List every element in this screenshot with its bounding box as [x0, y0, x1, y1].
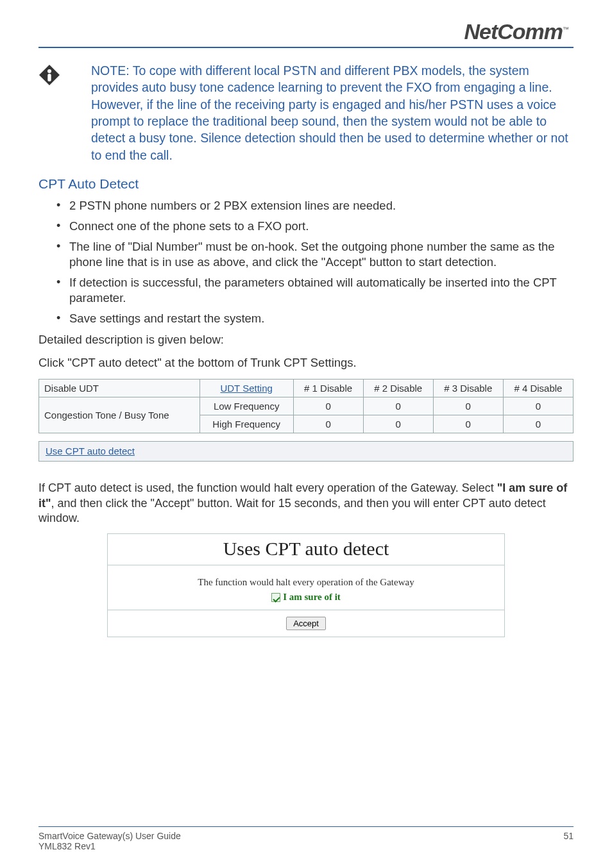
disable-udt-cell: Disable UDT [39, 380, 200, 397]
footer-left: SmartVoice Gateway(s) User Guide YML832 … [38, 831, 181, 851]
svg-point-1 [47, 69, 51, 73]
checkbox-icon[interactable] [271, 593, 280, 602]
list-text: Save settings and restart the system. [69, 312, 264, 325]
list-text: 2 PSTN phone numbers or 2 PBX extension … [69, 199, 396, 212]
cell-value: 0 [293, 415, 363, 433]
bullet-list: 2 PSTN phone numbers or 2 PBX extension … [56, 198, 574, 326]
brand-tm: ™ [563, 26, 568, 33]
list-item: Save settings and restart the system. [56, 311, 574, 326]
udt-setting-cell: UDT Setting [200, 380, 293, 397]
cpt-detect-panel: Uses CPT auto detect The function would … [107, 533, 505, 637]
brand-name: NetComm [464, 19, 563, 44]
info-icon [38, 64, 60, 86]
panel-title: Uses CPT auto detect [108, 534, 504, 565]
header-rule [38, 47, 574, 48]
detail-paragraph: Detailed description is given below: [38, 333, 574, 347]
page-footer: SmartVoice Gateway(s) User Guide YML832 … [38, 826, 574, 851]
list-text: The line of "Dial Number" must be on-hoo… [69, 240, 555, 269]
cell-value: 0 [433, 415, 503, 433]
list-item: 2 PSTN phone numbers or 2 PBX extension … [56, 198, 574, 213]
para-pre: If CPT auto detect is used, the function… [38, 481, 497, 494]
cell-value: 0 [503, 397, 573, 415]
table-row: Disable UDT UDT Setting # 1 Disable # 2 … [39, 380, 574, 397]
list-item: Connect one of the phone sets to a FXO p… [56, 219, 574, 234]
col-header: # 2 Disable [363, 380, 433, 397]
high-freq-label: High Frequency [200, 415, 293, 433]
cell-value: 0 [293, 397, 363, 415]
note-body: To cope with different local PSTN and di… [91, 63, 568, 162]
panel-body-text: The function would halt every operation … [114, 577, 498, 588]
cell-value: 0 [433, 397, 503, 415]
note-text: NOTE: To cope with different local PSTN … [91, 62, 574, 163]
accept-button[interactable]: Accept [286, 617, 326, 630]
cpt-paragraph: If CPT auto detect is used, the function… [38, 481, 574, 526]
udt-setting-link[interactable]: UDT Setting [220, 383, 272, 394]
section-heading: CPT Auto Detect [38, 176, 574, 192]
col-header: # 1 Disable [293, 380, 363, 397]
note-block: NOTE: To cope with different local PSTN … [38, 62, 574, 163]
low-freq-label: Low Frequency [200, 397, 293, 415]
cpt-settings-table: Disable UDT UDT Setting # 1 Disable # 2 … [38, 379, 574, 433]
footer-title: SmartVoice Gateway(s) User Guide [38, 831, 181, 841]
list-item: The line of "Dial Number" must be on-hoo… [56, 239, 574, 270]
footer-rev: YML832 Rev1 [38, 841, 181, 851]
panel-foot: Accept [108, 610, 504, 637]
svg-rect-2 [47, 74, 51, 81]
click-paragraph: Click "CPT auto detect" at the bottom of… [38, 356, 574, 370]
col-header: # 4 Disable [503, 380, 573, 397]
list-text: Connect one of the phone sets to a FXO p… [69, 219, 309, 233]
cell-value: 0 [363, 415, 433, 433]
note-label: NOTE: [91, 63, 130, 78]
para-post: , and then click the "Accept" button. Wa… [38, 497, 546, 524]
congestion-cell: Congestion Tone / Busy Tone [39, 397, 200, 433]
use-cpt-link[interactable]: Use CPT auto detect [46, 446, 135, 456]
panel-body: The function would halt every operation … [108, 565, 504, 610]
table-row: Congestion Tone / Busy Tone Low Frequenc… [39, 397, 574, 415]
check-label: I am sure of it [283, 592, 341, 603]
col-header: # 3 Disable [433, 380, 503, 397]
brand-logo: NetComm™ [38, 19, 574, 44]
panel-confirm-check[interactable]: I am sure of it [271, 592, 341, 603]
cell-value: 0 [503, 415, 573, 433]
list-item: If detection is successful, the paramete… [56, 275, 574, 306]
list-text: If detection is successful, the paramete… [69, 276, 557, 305]
cell-value: 0 [363, 397, 433, 415]
use-cpt-linkbar: Use CPT auto detect [38, 441, 574, 462]
footer-page: 51 [563, 831, 574, 851]
